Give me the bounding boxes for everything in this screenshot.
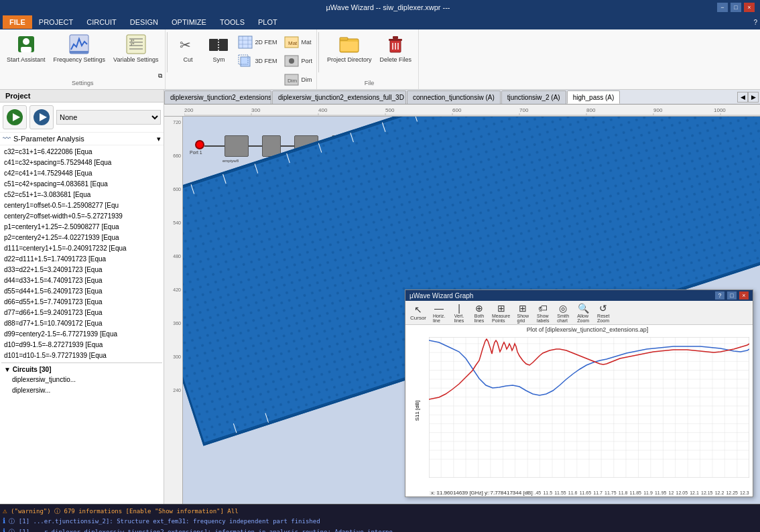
cursor-tool-button[interactable]: ↖ Cursor: [408, 304, 428, 322]
tree-item-11[interactable]: d33=d22+1.5=3.24091723 [Equa: [1, 265, 162, 275]
horiz-line-button[interactable]: — Horiz.line: [430, 302, 448, 324]
tree-item-10[interactable]: d22=d111+1.5=1.74091723 [Equa: [1, 254, 162, 265]
start-project-button[interactable]: [3, 105, 27, 129]
tab-3[interactable]: tjunctionsiw_2 (A): [501, 90, 566, 104]
minimize-button[interactable]: −: [717, 3, 728, 12]
svg-rect-2: [21, 47, 31, 52]
show-labels-button[interactable]: 🏷 Showlabels: [533, 302, 552, 324]
tree-item-4[interactable]: c52=c51+1=-3.083681 [Equa: [1, 190, 162, 200]
allow-zoom-button[interactable]: 🔍 AllowZoom: [574, 302, 592, 324]
tree-item-5[interactable]: centery1=offset-0.5=-1.25908277 [Equ: [1, 200, 162, 211]
2dfem-button[interactable]: 2D FEM: [235, 34, 279, 51]
tab-prev-button[interactable]: ◀: [737, 92, 748, 103]
frequency-settings-icon: [68, 34, 90, 55]
none-dropdown[interactable]: None: [56, 110, 161, 125]
mat-button[interactable]: Mat Mat: [281, 34, 315, 51]
tree-item-6[interactable]: centery2=offset-width+0.5=-5.27271939: [1, 211, 162, 222]
circuits-section[interactable]: ▼ Circuits [30]: [1, 364, 162, 375]
tab-next-button[interactable]: ▶: [748, 92, 759, 103]
svg-rect-30: [340, 42, 358, 51]
tree-item-12[interactable]: d44=d33+1.5=4.74091723 [Equa: [1, 275, 162, 286]
tree-item-19[interactable]: d101=d10-1.5=-9.77271939 [Equa: [1, 350, 162, 361]
start-assistant-label: Start Assistant: [7, 56, 46, 64]
2dfem-icon: [237, 35, 253, 50]
tree-item-14[interactable]: d66=d55+1.5=7.74091723 [Equa: [1, 297, 162, 308]
circuit-item-0[interactable]: diplexersiw_tjunctio...: [1, 375, 162, 385]
tree-item-0[interactable]: c32=c31+1=6.4222086 [Equa: [1, 147, 162, 157]
circuit-menu[interactable]: CIRCUIT: [80, 15, 123, 29]
frequency-settings-button[interactable]: Frequency Settings: [51, 32, 109, 65]
project-directory-button[interactable]: Project Directory: [324, 32, 375, 65]
tree-item-3[interactable]: c51=c42+spacing=4.083681 [Equa: [1, 179, 162, 190]
show-grid-button[interactable]: ⊞ Showgrid: [513, 302, 532, 324]
graph-title-bar[interactable]: µWave Wizard Graph ? □ ×: [405, 290, 753, 301]
svg-text:Dim: Dim: [288, 78, 298, 84]
block-emptyw8[interactable]: emptyw8: [225, 135, 249, 157]
tree-item-16[interactable]: d88=d77+1.5=10.7409172 [Equa: [1, 318, 162, 329]
log-area[interactable]: ⚠ ("warning") ⓘ 679 informations [Enable…: [0, 504, 760, 532]
tree-item-13[interactable]: d55=d44+1.5=6.24091723 [Equa: [1, 286, 162, 297]
cursor-icon: ↖: [414, 304, 422, 315]
design-menu[interactable]: DESIGN: [123, 15, 165, 29]
right-area: diplexersiw_tjunction2_extensions (A) di…: [164, 90, 760, 504]
cut-button[interactable]: ✂ Cut: [173, 32, 202, 65]
left-panel: Project None 〰 S-Parameter Analysis ▾: [0, 90, 164, 504]
tree-item-15[interactable]: d77=d66+1.5=9.24091723 [Equa: [1, 308, 162, 318]
graph-maximize-button[interactable]: □: [727, 291, 737, 300]
svg-text:1000: 1000: [714, 107, 726, 113]
measure-points-button[interactable]: ⊞ MeasurePoints: [490, 302, 512, 324]
svg-rect-20: [241, 57, 250, 66]
both-lines-button[interactable]: ⊕ Bothlines: [470, 302, 489, 324]
cursor-position: x: 11.96014639 [GHz] y: 7.778417344 [dB]: [429, 489, 535, 496]
graph-close-button[interactable]: ×: [739, 291, 749, 300]
start-assistant-button[interactable]: Start Assistant: [4, 32, 48, 65]
dim-button[interactable]: Dim Dim: [281, 71, 315, 88]
project-menu[interactable]: PROJECT: [32, 15, 80, 29]
graph-plot-svg: 0 -5 -10 -15 -20 -25 -30 -35 -40 -45 -50…: [429, 337, 749, 478]
optimize-menu[interactable]: OPTIMIZE: [165, 15, 213, 29]
analysis-dropdown-icon[interactable]: ▾: [157, 135, 161, 143]
graph-toolbar: ↖ Cursor — Horiz.line | Vert.lines ⊕ Bot…: [405, 301, 753, 325]
port-button[interactable]: Port: [281, 52, 315, 70]
3dfem-button[interactable]: 3D FEM: [235, 52, 279, 70]
tab-2[interactable]: connection_tjunctionsiw (A): [407, 90, 501, 104]
graph-content: Plot of [diplexersiw_tjunction2_extensio…: [405, 325, 753, 496]
tools-menu[interactable]: TOOLS: [213, 15, 251, 29]
vert-line-button[interactable]: | Vert.lines: [450, 302, 468, 324]
dim-icon: Dim: [283, 72, 300, 87]
delete-files-button[interactable]: Delete Files: [377, 32, 415, 65]
svg-text:200: 200: [184, 107, 194, 113]
svg-rect-15: [239, 36, 252, 48]
tab-4[interactable]: high_pass (A): [567, 90, 621, 104]
sym-button[interactable]: Sym: [204, 32, 233, 65]
maximize-button[interactable]: □: [731, 3, 741, 12]
tree-item-7[interactable]: p1=centery1+1.25=-2.50908277 [Equa: [1, 222, 162, 232]
window-controls[interactable]: − □ ×: [717, 3, 755, 12]
project-directory-icon: [338, 34, 360, 55]
tree-item-1[interactable]: c41=c32+spacing=5.7529448 [Equa: [1, 157, 162, 168]
tree-item-9[interactable]: d111=centery1+1.5=-0.240917232 [Equa: [1, 243, 162, 254]
help-icon[interactable]: ?: [753, 19, 757, 26]
dim-label: Dim: [301, 76, 312, 83]
graph-help-button[interactable]: ?: [715, 291, 724, 300]
tree-item-18[interactable]: d10=d99-1.5=-8.27271939 [Equa: [1, 340, 162, 350]
circuit-item-1[interactable]: diplexersiw...: [1, 385, 162, 396]
tree-item-17[interactable]: d99=centery2-1.5=-6.77271939 [Equa: [1, 329, 162, 340]
tree-item-2[interactable]: c42=c41+1=4.7529448 [Equa: [1, 168, 162, 179]
settings-expand-icon[interactable]: ⧉: [158, 72, 162, 80]
tab-nav: ◀ ▶: [736, 90, 760, 104]
plot-menu[interactable]: PLOT: [251, 15, 284, 29]
project-header: Project: [0, 90, 164, 103]
reset-zoom-button[interactable]: ↺ ResetZoom: [594, 302, 613, 324]
start-circuit-button[interactable]: [29, 105, 54, 129]
2dfem-label: 2D FEM: [255, 39, 277, 46]
close-button[interactable]: ×: [744, 3, 755, 12]
log-line-2: ℹ ⓘ [1] ...r.diplexer.diplexersiw_tjunct…: [3, 527, 757, 532]
tree-item-8[interactable]: p2=centery2+1.25=-4.02271939 [Equa: [1, 232, 162, 243]
variable-settings-button[interactable]: x= y= Variable Settings: [111, 32, 161, 65]
ribbon: Start Assistant Frequency Settings: [0, 29, 760, 90]
canvas-area: 720 660 600 540 480 420 360 300 240 200 …: [164, 105, 760, 504]
smith-chart-button[interactable]: ◎ Smithchart: [554, 302, 572, 324]
file-menu[interactable]: FILE: [3, 15, 32, 29]
svg-point-1: [23, 38, 29, 45]
